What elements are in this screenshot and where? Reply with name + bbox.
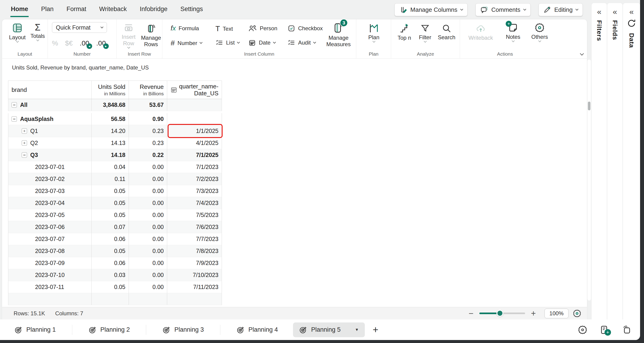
units-sold-cell[interactable]: 56.58 — [92, 113, 128, 125]
units-sold-cell[interactable]: 0.05 — [92, 245, 128, 257]
quick-format-select[interactable]: Quick Format — [52, 22, 107, 33]
currency-format-button[interactable]: $€ — [65, 39, 73, 47]
refresh-icon[interactable] — [627, 19, 636, 28]
expand-filters-icon[interactable]: « — [597, 8, 602, 15]
revenue-cell[interactable]: 0.00 — [128, 245, 167, 257]
quarter-date-cell[interactable]: 7/11/2023 — [167, 281, 222, 293]
quarter-date-cell[interactable]: 7/1/2025 — [167, 149, 222, 161]
revenue-cell[interactable]: 0.00 — [128, 185, 167, 197]
row-label-cell[interactable]: 2023-07-03 — [8, 185, 92, 197]
writeback-button[interactable]: Writeback — [467, 23, 494, 41]
top-n-button[interactable]: Top n — [395, 23, 413, 41]
revenue-cell[interactable]: 0.00 — [128, 209, 167, 221]
units-sold-cell[interactable]: 14.20 — [92, 125, 128, 137]
row-label-cell[interactable]: 2023-07-10 — [8, 269, 92, 281]
collapse-row-icon[interactable]: − — [12, 116, 17, 122]
column-header-quarter-date[interactable]: quarter_name-Date_US — [167, 81, 222, 99]
units-sold-cell[interactable]: 0.06 — [92, 233, 128, 245]
revenue-cell[interactable]: 0.23 — [128, 125, 167, 137]
sheet-tab-3[interactable]: Planning 3 — [156, 323, 210, 337]
row-label-cell[interactable]: 2023-07-06 — [8, 221, 92, 233]
quarter-date-cell[interactable]: 7/2/2023 — [167, 173, 222, 185]
percent-format-button[interactable]: % — [52, 39, 58, 47]
quarter-date-cell[interactable] — [167, 99, 222, 111]
sheets-overview-icon[interactable] — [621, 325, 631, 335]
row-label-cell[interactable]: +Q2 — [8, 137, 92, 149]
filter-button[interactable]: Filter — [416, 23, 434, 42]
settings-gear-icon[interactable] — [578, 325, 588, 335]
comments-button[interactable]: Comments — [476, 3, 530, 16]
plan-button[interactable]: Plan — [366, 23, 382, 42]
revenue-cell[interactable]: 0.00 — [128, 161, 167, 173]
expand-fields-icon[interactable]: « — [613, 8, 617, 15]
column-header-units-sold[interactable]: Units Soldin Millions — [92, 81, 128, 99]
totals-button[interactable]: Σ Totals — [29, 23, 46, 41]
collapse-row-icon[interactable]: − — [12, 102, 17, 108]
quarter-date-cell[interactable]: 7/6/2023 — [167, 221, 222, 233]
quarter-date-cell[interactable]: 7/10/2023 — [167, 269, 222, 281]
revenue-cell[interactable]: 0.00 — [128, 257, 167, 269]
quarter-date-cell[interactable]: 7/9/2023 — [167, 257, 222, 269]
row-label-cell[interactable]: 2023-07-07 — [8, 233, 92, 245]
row-label-cell[interactable]: 2023-07-11 — [8, 281, 92, 293]
quarter-date-cell[interactable]: 7/4/2023 — [167, 197, 222, 209]
row-label-cell[interactable]: 2023-07-08 — [8, 245, 92, 257]
quarter-date-cell[interactable]: 7/1/2023 — [167, 161, 222, 173]
editing-button[interactable]: Editing — [538, 3, 583, 16]
zoom-slider-thumb[interactable] — [496, 310, 504, 317]
units-sold-cell[interactable]: 0.03 — [92, 269, 128, 281]
revenue-cell[interactable]: 0.00 — [128, 281, 167, 293]
units-sold-cell[interactable]: 0.04 — [92, 161, 128, 173]
zoom-out-button[interactable]: − — [466, 309, 476, 318]
insert-checkbox-button[interactable]: Checkbox — [288, 24, 323, 32]
row-label-cell[interactable]: −AquaSplash — [8, 113, 92, 125]
quarter-date-cell[interactable]: 7/3/2023 — [167, 185, 222, 197]
revenue-cell[interactable]: 0.22 — [128, 149, 167, 161]
data-panel-label[interactable]: Data — [628, 33, 635, 48]
sheet-tab-4[interactable]: Planning 4 — [230, 323, 284, 337]
revenue-cell[interactable]: 0.00 — [128, 269, 167, 281]
others-button[interactable]: Others — [529, 23, 550, 42]
quarter-date-cell[interactable] — [167, 113, 222, 125]
row-label-cell[interactable]: 2023-07-02 — [8, 173, 92, 185]
insert-row-button[interactable]: Insert Row — [118, 23, 139, 48]
units-sold-cell[interactable]: 0.05 — [92, 197, 128, 209]
increase-decimal-button[interactable]: .00▸ — [96, 39, 106, 47]
vertical-scrollbar[interactable] — [588, 59, 591, 301]
menu-home[interactable]: Home — [10, 2, 29, 17]
layout-button[interactable]: Layout — [8, 23, 27, 42]
row-label-cell[interactable]: 2023-07-05 — [8, 209, 92, 221]
row-label-cell[interactable]: 2023-07-01 — [8, 161, 92, 173]
expand-row-icon[interactable]: + — [22, 128, 27, 134]
tab-menu-caret-icon[interactable]: ▼ — [355, 328, 359, 332]
insert-list-button[interactable]: List — [216, 39, 240, 47]
zoom-level-value[interactable]: 100% — [544, 309, 568, 318]
units-sold-cell[interactable]: 0.05 — [92, 281, 128, 293]
zoom-slider[interactable] — [479, 313, 525, 314]
expand-data-icon[interactable]: « — [630, 8, 634, 15]
expand-row-icon[interactable]: + — [22, 140, 27, 146]
menu-settings[interactable]: Settings — [180, 2, 204, 17]
fields-panel-label[interactable]: Fields — [611, 20, 618, 40]
scrollbar-thumb[interactable] — [588, 102, 590, 110]
column-header-brand[interactable]: brand — [8, 81, 92, 99]
quarter-date-cell[interactable]: 7/8/2023 — [167, 245, 222, 257]
notes-button[interactable]: + Notes — [504, 23, 523, 42]
units-sold-cell[interactable]: 14.13 — [92, 137, 128, 149]
zoom-in-button[interactable]: + — [528, 309, 538, 318]
manage-rows-button[interactable]: Manage Rows — [140, 23, 162, 47]
insert-formula-button[interactable]: fx Formula — [171, 24, 199, 32]
row-label-cell[interactable]: +Q1 — [8, 125, 92, 137]
units-sold-cell[interactable]: 0.07 — [92, 221, 128, 233]
revenue-cell[interactable]: 0.00 — [128, 233, 167, 245]
menu-plan[interactable]: Plan — [41, 2, 54, 17]
insert-text-button[interactable]: T Text — [216, 24, 233, 33]
sheet-tab-5[interactable]: Planning 5▼ — [293, 323, 364, 337]
row-label-cell[interactable]: 2023-07-09 — [8, 257, 92, 269]
units-sold-cell[interactable]: 3,848.68 — [92, 99, 128, 111]
manage-measures-button[interactable]: 3 Manage Measures — [324, 22, 354, 47]
quarter-date-cell[interactable]: 7/5/2023 — [167, 209, 222, 221]
insert-person-button[interactable]: Person — [248, 24, 277, 32]
quarter-date-cell-selected[interactable]: 1/1/2025 — [167, 125, 222, 137]
menu-infobridge[interactable]: Infobridge — [139, 2, 168, 17]
